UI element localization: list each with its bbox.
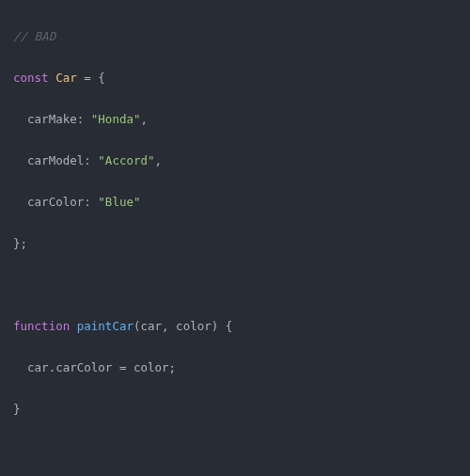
body-prop: carColor [55, 360, 112, 374]
comma: , [141, 112, 149, 126]
body-right: = color; [112, 360, 176, 374]
colon: : [84, 153, 98, 167]
string: "Blue" [98, 195, 140, 209]
prop-key: carMake [27, 112, 77, 126]
string: "Honda" [91, 112, 141, 126]
comment-bad: // BAD [13, 29, 55, 43]
code-line: const Car = { [13, 68, 457, 88]
blank-line [13, 440, 457, 461]
obj-close: }; [13, 236, 27, 250]
fn-close: } [13, 402, 21, 416]
fn-params: (car, color) { [133, 319, 232, 333]
prop-key: carColor [27, 195, 84, 209]
code-line: function paintCar(car, color) { [13, 316, 457, 337]
fn-name: paintCar [77, 319, 133, 333]
body-left: car [27, 360, 49, 374]
blank-line [13, 275, 457, 295]
code-line: carColor: "Blue" [13, 192, 457, 213]
keyword-function: function [13, 319, 70, 333]
eq-open: = { [77, 71, 105, 85]
code-line: car.carColor = color; [13, 357, 457, 378]
code-line: carModel: "Accord", [13, 151, 457, 171]
code-line: } [13, 399, 457, 420]
comma: , [155, 153, 163, 167]
var-car: Car [55, 71, 77, 85]
colon: : [77, 112, 91, 126]
space [70, 319, 77, 333]
code-block: // BAD const Car = { carMake: "Honda", c… [13, 6, 457, 476]
code-line: }; [13, 233, 457, 254]
keyword-const: const [13, 71, 49, 85]
colon: : [84, 195, 98, 209]
prop-key: carModel [27, 153, 84, 167]
code-line: // BAD [13, 26, 457, 47]
string: "Accord" [98, 153, 154, 167]
code-line: carMake: "Honda", [13, 109, 457, 130]
